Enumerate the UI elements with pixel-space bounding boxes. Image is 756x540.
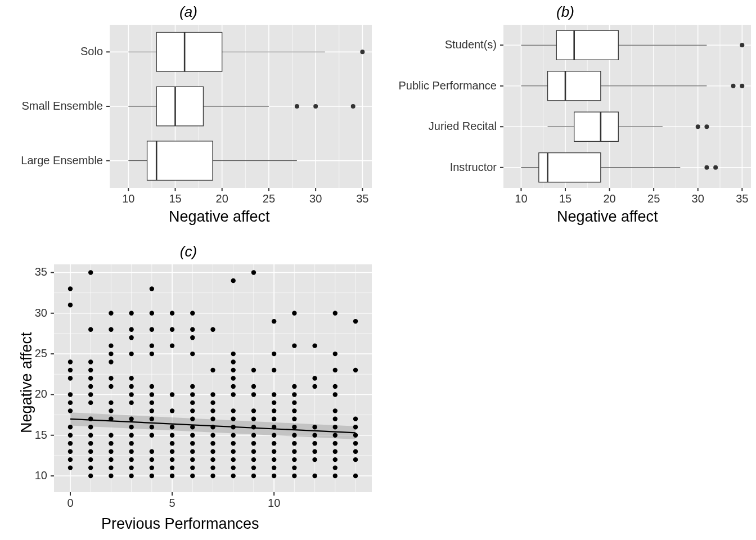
svg-point-158 [68,441,73,446]
svg-point-254 [190,400,195,405]
svg-point-166 [68,359,73,364]
svg-point-240 [170,408,174,413]
svg-point-231 [150,311,154,316]
panel-c-ylabel: Negative affect [18,332,35,433]
svg-point-241 [170,392,174,397]
svg-point-251 [190,425,195,429]
svg-point-214 [129,335,133,340]
svg-point-171 [88,457,93,462]
svg-point-232 [150,286,154,291]
svg-point-227 [150,384,154,389]
svg-point-342 [333,457,338,462]
svg-point-195 [109,376,113,380]
svg-point-297 [251,417,256,421]
svg-point-178 [88,392,93,397]
svg-text:20: 20 [603,192,615,205]
svg-point-359 [353,425,358,429]
svg-point-36 [360,50,364,54]
svg-point-327 [292,392,296,397]
svg-point-331 [312,474,317,478]
svg-point-361 [353,368,358,372]
svg-text:35: 35 [35,266,47,278]
svg-point-272 [210,368,215,372]
svg-point-208 [129,417,133,421]
svg-point-175 [88,425,93,429]
svg-point-350 [333,384,338,389]
svg-text:25: 25 [647,192,660,205]
svg-point-246 [190,465,195,470]
svg-point-165 [68,368,73,372]
svg-point-308 [272,433,276,438]
svg-point-337 [312,384,317,389]
svg-point-276 [231,457,236,462]
svg-point-169 [88,474,93,478]
svg-point-190 [109,433,113,438]
svg-point-225 [150,400,154,405]
svg-point-307 [272,441,276,446]
svg-point-233 [170,474,174,478]
svg-point-282 [231,408,236,413]
svg-point-262 [210,465,215,470]
svg-point-315 [272,352,276,356]
svg-point-322 [292,433,296,438]
svg-point-252 [190,417,195,421]
svg-point-289 [231,278,236,283]
svg-point-207 [129,425,133,429]
svg-point-311 [272,408,276,413]
svg-point-266 [210,433,215,438]
svg-text:20: 20 [35,388,47,400]
svg-text:20: 20 [216,192,228,205]
svg-point-236 [170,449,174,453]
svg-point-326 [292,400,296,405]
svg-point-177 [88,400,93,405]
svg-point-155 [68,465,73,470]
svg-point-197 [109,352,113,356]
svg-point-193 [109,400,113,405]
svg-point-278 [231,441,236,446]
svg-point-257 [190,352,195,356]
svg-point-163 [68,392,73,397]
svg-point-174 [88,433,93,438]
svg-point-248 [190,449,195,453]
svg-point-295 [251,433,256,438]
svg-point-335 [312,433,317,438]
svg-point-161 [68,408,73,413]
svg-point-170 [88,465,93,470]
svg-point-221 [150,433,154,438]
svg-point-302 [251,270,256,274]
svg-point-263 [210,457,215,462]
svg-point-249 [190,441,195,446]
svg-point-324 [292,417,296,421]
svg-point-345 [333,433,338,438]
svg-point-332 [312,457,317,462]
svg-point-92 [731,84,736,88]
svg-point-352 [333,352,338,356]
svg-point-217 [150,474,154,478]
svg-point-222 [150,425,154,429]
svg-point-186 [109,465,113,470]
svg-point-104 [704,165,709,170]
svg-point-243 [170,327,174,332]
svg-point-191 [109,417,113,421]
svg-rect-90 [548,71,601,101]
svg-point-42 [313,104,318,109]
svg-point-269 [210,408,215,413]
svg-point-230 [150,327,154,332]
svg-point-183 [88,327,93,332]
svg-point-261 [210,474,215,478]
svg-text:Large Ensemble: Large Ensemble [21,154,103,166]
svg-point-334 [312,441,317,446]
figure-root: (a) 101520253035SoloSmall EnsembleLarge … [0,0,756,540]
svg-text:Solo: Solo [80,45,103,57]
svg-point-199 [109,327,113,332]
svg-point-176 [88,417,93,421]
svg-point-273 [210,327,215,332]
svg-point-336 [312,425,317,429]
svg-point-280 [231,425,236,429]
svg-point-200 [109,311,113,316]
svg-point-238 [170,433,174,438]
svg-text:0: 0 [67,497,73,509]
svg-point-267 [210,425,215,429]
svg-point-159 [68,433,73,438]
svg-point-202 [129,465,133,470]
